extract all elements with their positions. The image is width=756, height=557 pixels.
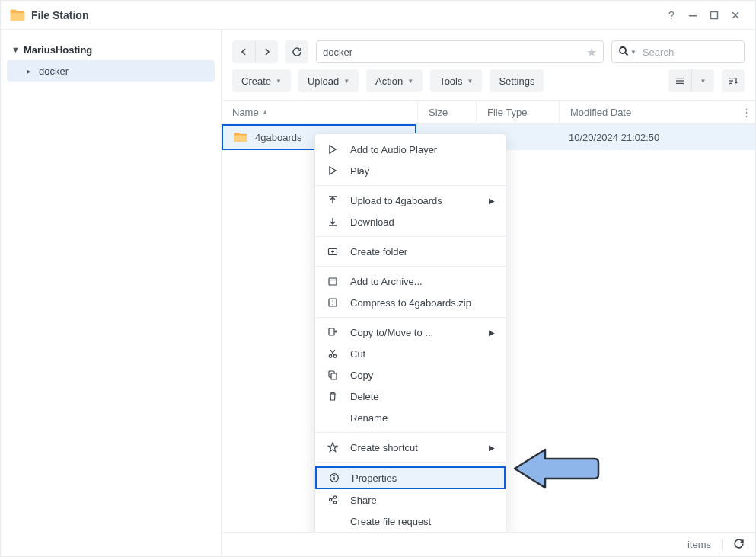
ctx-cut[interactable]: Cut: [315, 343, 506, 364]
search-dropdown-icon[interactable]: ▼: [630, 49, 636, 56]
chevron-down-icon: ▼: [407, 78, 413, 85]
svg-point-22: [333, 501, 336, 504]
ctx-add-to-archive[interactable]: Add to Archive...: [315, 270, 506, 292]
sidebar-root-label: MariusHosting: [24, 44, 92, 56]
svg-rect-8: [729, 83, 732, 84]
app-folder-icon: [10, 8, 25, 23]
sidebar-item-label: docker: [39, 66, 69, 77]
favorite-star-icon[interactable]: ★: [586, 45, 597, 59]
ctx-download[interactable]: Download: [315, 211, 506, 232]
chevron-down-icon: ▼: [343, 78, 349, 85]
create-folder-icon: [326, 246, 340, 257]
upload-label: Upload: [308, 75, 339, 87]
ctx-create-file-request[interactable]: Create file request: [315, 511, 506, 532]
context-menu: Add to Audio Player Play: [314, 133, 506, 532]
caret-right-icon: ▸: [27, 66, 37, 76]
action-button[interactable]: Action ▼: [366, 69, 423, 92]
play-add-icon: [326, 144, 340, 155]
sidebar-root[interactable]: ▼ MariusHosting: [7, 39, 215, 60]
shortcut-icon: [326, 442, 340, 453]
submenu-arrow-icon: ▶: [489, 443, 495, 452]
view-mode-toggle: ▼: [668, 69, 714, 92]
titlebar: File Station ?: [1, 1, 755, 30]
download-icon: [326, 216, 340, 227]
sidebar-item-docker[interactable]: ▸ docker: [7, 60, 215, 82]
upload-icon: [326, 195, 340, 206]
path-input[interactable]: docker ★: [316, 40, 604, 63]
col-header-modified[interactable]: Modified Date: [560, 101, 737, 123]
svg-rect-0: [689, 15, 697, 17]
svg-point-20: [329, 498, 331, 501]
status-refresh-button[interactable]: [733, 538, 745, 552]
ctx-compress[interactable]: Compress to 4gaboards.zip: [315, 292, 506, 313]
folder-icon: [234, 130, 247, 144]
svg-rect-19: [333, 477, 334, 480]
file-table: Name ▲ Size File Type Modified Date ⋮: [222, 100, 755, 532]
ctx-add-to-audio-player[interactable]: Add to Audio Player: [315, 139, 506, 160]
svg-rect-7: [729, 80, 733, 81]
copy-icon: [326, 370, 340, 380]
ctx-separator: [315, 266, 506, 267]
status-bar: items: [222, 532, 755, 556]
sidebar: ▼ MariusHosting ▸ docker: [1, 30, 222, 556]
ctx-copy-move[interactable]: Copy to/Move to ... ▶: [315, 322, 506, 343]
sort-asc-icon: ▲: [262, 108, 269, 116]
svg-rect-3: [676, 78, 684, 78]
svg-point-2: [620, 47, 626, 53]
help-button[interactable]: ?: [661, 5, 682, 26]
close-button[interactable]: [725, 5, 746, 26]
nav-back-button[interactable]: [232, 40, 255, 63]
svg-point-13: [329, 355, 332, 358]
callout-arrow: [511, 442, 602, 498]
nav-back-forward: [232, 40, 278, 63]
ctx-properties[interactable]: Properties: [315, 466, 506, 489]
svg-rect-12: [329, 328, 334, 335]
refresh-button[interactable]: [285, 40, 308, 63]
ctx-copy[interactable]: Copy: [315, 364, 506, 386]
create-button[interactable]: Create ▼: [232, 69, 291, 92]
copy-move-icon: [326, 327, 340, 338]
search-input[interactable]: [641, 46, 756, 59]
ctx-separator: [315, 462, 506, 463]
svg-point-18: [333, 475, 335, 476]
path-text: docker: [323, 46, 352, 58]
tools-button[interactable]: Tools ▼: [430, 69, 482, 92]
minimize-button[interactable]: [682, 5, 703, 26]
upload-button[interactable]: Upload ▼: [298, 69, 359, 92]
col-header-type[interactable]: File Type: [477, 101, 560, 123]
status-separator: [722, 539, 723, 551]
file-name: 4gaboards: [255, 132, 301, 143]
zip-icon: [326, 297, 340, 308]
ctx-create-shortcut[interactable]: Create shortcut ▶: [315, 437, 506, 458]
delete-icon: [326, 391, 340, 402]
cut-icon: [326, 348, 340, 359]
sort-button[interactable]: [722, 69, 745, 92]
ctx-upload-to[interactable]: Upload to 4gaboards ▶: [315, 190, 506, 211]
search-box[interactable]: ▼: [611, 40, 745, 63]
ctx-delete[interactable]: Delete: [315, 386, 506, 407]
submenu-arrow-icon: ▶: [489, 197, 495, 205]
table-header: Name ▲ Size File Type Modified Date ⋮: [222, 100, 755, 124]
cell-modified: 10/20/2024 21:02:50: [558, 132, 755, 143]
settings-button[interactable]: Settings: [490, 69, 544, 92]
view-list-button[interactable]: [668, 69, 691, 92]
nav-forward-button[interactable]: [255, 40, 278, 63]
view-mode-dropdown[interactable]: ▼: [691, 69, 714, 92]
ctx-create-folder[interactable]: Create folder: [315, 241, 506, 262]
svg-rect-16: [331, 373, 337, 379]
action-label: Action: [375, 75, 403, 87]
ctx-share[interactable]: Share: [315, 489, 506, 511]
archive-icon: [326, 276, 340, 287]
ctx-play[interactable]: Play: [315, 160, 506, 181]
col-header-size[interactable]: Size: [418, 101, 477, 123]
share-icon: [326, 495, 340, 505]
submenu-arrow-icon: ▶: [489, 328, 495, 337]
caret-down-icon: ▼: [11, 45, 22, 54]
maximize-button[interactable]: [703, 5, 725, 26]
svg-rect-5: [676, 83, 684, 84]
svg-rect-6: [729, 78, 735, 78]
col-header-name[interactable]: Name ▲: [222, 101, 418, 123]
ctx-rename[interactable]: Rename: [315, 407, 506, 428]
column-menu-button[interactable]: ⋮: [737, 107, 755, 118]
svg-point-14: [333, 355, 337, 358]
